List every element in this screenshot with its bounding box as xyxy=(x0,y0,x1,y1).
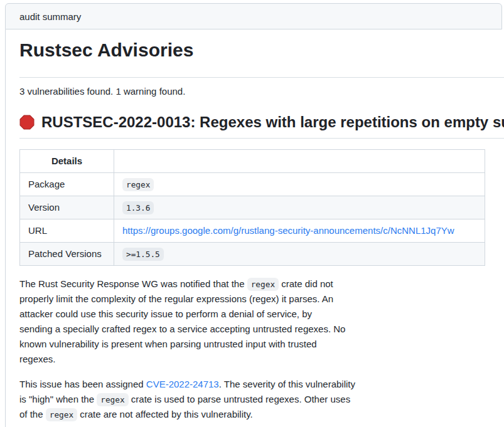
text-run: The Rust Security Response WG was notifi… xyxy=(19,278,247,289)
detail-label: Patched Versions xyxy=(20,243,114,266)
text-run: crate did not xyxy=(279,278,333,289)
text-run: crate is used to parse untrusted regexes… xyxy=(129,394,351,404)
inline-code: regex xyxy=(122,178,154,191)
table-row: Packageregex xyxy=(20,173,485,196)
table-row: Version1.3.6 xyxy=(20,196,485,219)
description-paragraph: The Rust Security Response WG was notifi… xyxy=(19,277,504,367)
advisory-url-link[interactable]: https://groups.google.com/g/rustlang-sec… xyxy=(122,225,454,236)
advisory-heading: RUSTSEC-2022-0013: Regexes with large re… xyxy=(19,113,504,139)
stop-octagon-icon xyxy=(19,115,35,130)
audit-report-body: Rustsec Advisories 3 vulnerabilities fou… xyxy=(5,29,504,427)
text-run: is "high" when the xyxy=(19,394,97,404)
detail-value: regex xyxy=(114,173,485,196)
detail-value: 1.3.6 xyxy=(114,196,485,219)
inline-code: regex xyxy=(46,408,77,421)
text-run: . The severity of this vulnerability xyxy=(219,379,355,389)
inline-code: regex xyxy=(97,393,128,406)
advisory-description: The Rust Security Response WG was notifi… xyxy=(19,277,504,422)
detail-label: URL xyxy=(20,219,114,243)
description-paragraph: This issue has been assigned CVE-2022-24… xyxy=(19,377,504,422)
detail-value: https://groups.google.com/g/rustlang-sec… xyxy=(114,219,485,243)
inline-code: regex xyxy=(247,278,279,291)
text-run: regexes. xyxy=(19,354,56,364)
text-run: known vulnerability is present when pars… xyxy=(19,339,317,349)
table-row: URLhttps://groups.google.com/g/rustlang-… xyxy=(20,219,485,243)
detail-label: Package xyxy=(20,173,114,196)
text-run: attacker could use this security issue t… xyxy=(19,308,312,319)
inline-code: 1.3.6 xyxy=(122,201,154,214)
value-column-header xyxy=(114,150,485,173)
text-run: of the xyxy=(19,409,46,419)
audit-summary-header[interactable]: audit summary xyxy=(5,3,502,29)
advisory-details-table: Details PackageregexVersion1.3.6URLhttps… xyxy=(19,149,485,266)
advisory-heading-text: RUSTSEC-2022-0013: Regexes with large re… xyxy=(41,113,504,132)
details-column-header: Details xyxy=(20,150,114,173)
text-run: This issue has been assigned xyxy=(19,379,146,389)
text-run: properly limit the complexity of the reg… xyxy=(19,293,333,304)
audit-summary-title: audit summary xyxy=(19,11,81,22)
page-title: Rustsec Advisories xyxy=(19,38,504,78)
detail-label: Version xyxy=(20,196,114,219)
text-run: crate are not affected by this vulnerabi… xyxy=(77,409,253,419)
text-run: sending a specially crafted regex to a s… xyxy=(19,324,345,334)
detail-value: >=1.5.5 xyxy=(114,243,485,266)
findings-summary: 3 vulnerabilities found. 1 warning found… xyxy=(19,85,504,98)
inline-code: >=1.5.5 xyxy=(122,248,164,261)
cve-link[interactable]: CVE-2022-24713 xyxy=(146,379,219,389)
table-header-row: Details xyxy=(20,150,485,173)
stop-octagon-shape xyxy=(20,115,34,129)
table-row: Patched Versions>=1.5.5 xyxy=(20,243,485,266)
